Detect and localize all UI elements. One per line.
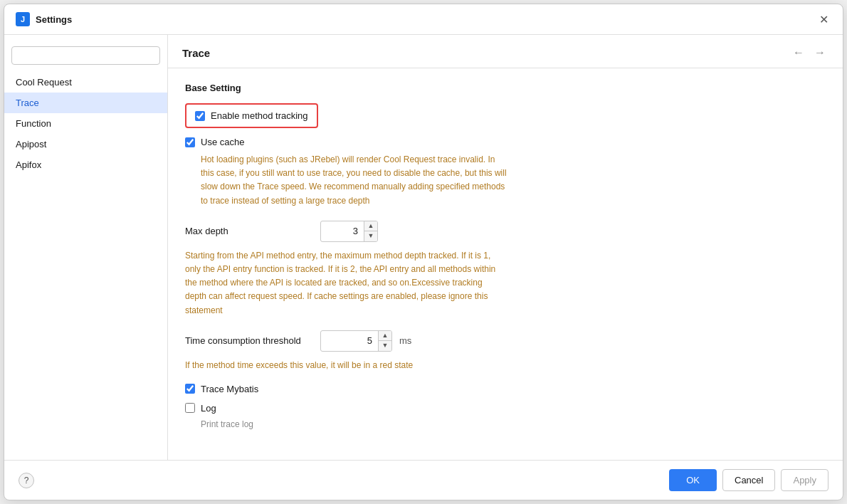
help-button[interactable]: ?	[19, 473, 34, 488]
trace-mybatis-checkbox[interactable]	[185, 384, 195, 394]
max-depth-spinner[interactable]: ▲ ▼	[320, 221, 378, 242]
max-depth-input[interactable]	[321, 223, 364, 239]
settings-dialog: J Settings ✕ 🔍 Cool Request Trace Functi…	[4, 4, 843, 500]
time-unit-label: ms	[399, 335, 411, 346]
cancel-button[interactable]: Cancel	[722, 469, 775, 491]
title-bar-left: J Settings	[16, 12, 72, 26]
app-icon: J	[16, 12, 30, 26]
log-desc: Print trace log	[201, 419, 826, 429]
apply-button[interactable]: Apply	[781, 469, 828, 491]
max-depth-up[interactable]: ▲	[364, 221, 377, 231]
sidebar: 🔍 Cool Request Trace Function Apipost Ap…	[4, 35, 168, 460]
sidebar-item-trace[interactable]: Trace	[4, 93, 167, 113]
content-scroll: Base Setting Enable method tracking Use …	[168, 68, 843, 460]
trace-mybatis-label[interactable]: Trace Mybatis	[201, 384, 258, 394]
max-depth-desc: Starting from the API method entry, the …	[185, 249, 505, 317]
time-threshold-desc: If the method time exceeds this value, i…	[185, 359, 456, 372]
forward-arrow[interactable]: →	[811, 45, 828, 61]
enable-method-tracking-checkbox[interactable]	[195, 111, 205, 121]
enable-method-tracking-row[interactable]: Enable method tracking	[185, 103, 318, 128]
use-cache-label[interactable]: Use cache	[201, 137, 244, 147]
log-row: Log	[185, 403, 826, 414]
sidebar-item-apifox[interactable]: Apifox	[4, 154, 167, 175]
content-header: Trace ← →	[168, 35, 843, 68]
max-depth-down[interactable]: ▼	[364, 231, 377, 241]
content-title: Trace	[182, 47, 210, 59]
footer-left: ?	[19, 473, 34, 488]
sidebar-item-cool-request[interactable]: Cool Request	[4, 72, 167, 93]
sidebar-item-apipost[interactable]: Apipost	[4, 134, 167, 154]
max-depth-label: Max depth	[185, 226, 313, 236]
use-cache-checkbox[interactable]	[185, 137, 195, 147]
time-threshold-down[interactable]: ▼	[379, 341, 391, 351]
time-threshold-up[interactable]: ▲	[379, 331, 391, 341]
enable-method-tracking-label[interactable]: Enable method tracking	[211, 110, 308, 121]
content-area: Trace ← → Base Setting Enable method tra…	[168, 35, 843, 460]
footer: ? OK Cancel Apply	[4, 460, 843, 500]
close-button[interactable]: ✕	[816, 11, 831, 27]
time-threshold-row: Time consumption threshold ▲ ▼ ms	[185, 330, 826, 352]
section-title: Base Setting	[185, 83, 826, 93]
sidebar-item-function[interactable]: Function	[4, 113, 167, 134]
trace-mybatis-row: Trace Mybatis	[185, 384, 826, 394]
footer-buttons: OK Cancel Apply	[669, 469, 828, 491]
title-bar: J Settings ✕	[4, 4, 843, 35]
dialog-body: 🔍 Cool Request Trace Function Apipost Ap…	[4, 35, 843, 460]
max-depth-spinner-buttons: ▲ ▼	[364, 221, 377, 241]
search-wrap: 🔍	[4, 42, 167, 72]
time-threshold-input[interactable]	[321, 332, 378, 349]
cache-info-text: Hot loading plugins (such as JRebel) wil…	[201, 153, 507, 208]
nav-arrows: ← →	[790, 45, 828, 61]
time-threshold-spinner[interactable]: ▲ ▼	[320, 330, 392, 352]
log-label[interactable]: Log	[201, 403, 216, 414]
time-threshold-label: Time consumption threshold	[185, 335, 313, 346]
max-depth-row: Max depth ▲ ▼	[185, 221, 826, 242]
dialog-title: Settings	[36, 14, 72, 25]
ok-button[interactable]: OK	[669, 469, 717, 491]
back-arrow[interactable]: ←	[790, 45, 807, 61]
search-input[interactable]	[11, 46, 160, 65]
log-checkbox[interactable]	[185, 403, 195, 413]
help-icon: ?	[24, 476, 29, 485]
log-section: Log Print trace log	[185, 403, 826, 429]
time-threshold-spinner-buttons: ▲ ▼	[378, 331, 391, 351]
use-cache-row: Use cache	[185, 137, 826, 147]
